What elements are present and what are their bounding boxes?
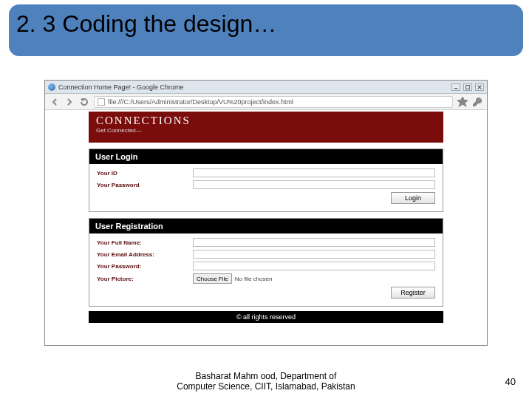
slide: 2. 3 Coding the design… Connection Home … (0, 0, 532, 399)
login-password-input[interactable] (193, 180, 435, 189)
page-number: 40 (505, 376, 516, 387)
bookmark-icon[interactable] (457, 97, 468, 107)
register-name-input[interactable] (193, 238, 435, 247)
register-heading: User Registration (89, 219, 443, 233)
site-tagline: Get Connected— (96, 127, 436, 134)
login-id-label: Your ID (97, 170, 193, 177)
register-picture-label: Your Picture: (97, 276, 193, 282)
url-text: file:///C:/Users/Administrator/Desktop/V… (108, 98, 293, 106)
page-content: CONNECTIONS Get Connected— User Login Yo… (45, 110, 487, 323)
wrench-icon[interactable] (472, 97, 482, 107)
login-panel: User Login Your ID Your Password Login (89, 149, 443, 212)
credit-line-2: Computer Science, CIIT, Islamabad, Pakis… (177, 381, 355, 392)
register-panel: User Registration Your Full Name: Your E… (89, 218, 443, 307)
register-password-label: Your Password: (97, 263, 193, 270)
reload-button[interactable] (79, 97, 89, 107)
page-viewport: CONNECTIONS Get Connected— User Login Yo… (45, 110, 487, 345)
forward-button[interactable] (64, 97, 75, 107)
register-button[interactable]: Register (391, 287, 435, 299)
url-input[interactable]: file:///C:/Users/Administrator/Desktop/V… (94, 96, 453, 108)
window-title: Connection Home Page! - Google Chrome (58, 83, 184, 91)
register-password-input[interactable] (193, 262, 435, 270)
globe-icon (48, 83, 55, 91)
file-icon (98, 98, 105, 106)
address-bar-row: file:///C:/Users/Administrator/Desktop/V… (45, 94, 487, 110)
login-id-input[interactable] (193, 168, 435, 177)
register-email-label: Your Email Address: (97, 251, 193, 258)
login-heading: User Login (89, 149, 443, 164)
site-brand: CONNECTIONS (96, 115, 436, 127)
register-name-label: Your Full Name: (97, 239, 193, 246)
window-controls (451, 83, 484, 91)
minimize-button[interactable] (451, 83, 460, 91)
choose-file-button[interactable]: Choose File (193, 273, 232, 284)
file-status: No file chosen (235, 276, 273, 282)
svg-marker-4 (458, 98, 467, 106)
site-banner: CONNECTIONS Get Connected— (89, 112, 443, 143)
svg-rect-1 (466, 85, 470, 89)
slide-credit: Basharat Mahm ood, Department of Compute… (0, 371, 532, 392)
login-button[interactable]: Login (391, 192, 435, 204)
back-button[interactable] (50, 97, 60, 107)
browser-window: Connection Home Page! - Google Chrome (44, 80, 488, 346)
site-footer: © all rights reserved (89, 311, 443, 323)
login-password-label: Your Password (97, 182, 193, 188)
register-email-input[interactable] (193, 250, 435, 259)
slide-title: 2. 3 Coding the design… (16, 10, 276, 38)
chrome-tabstrip: Connection Home Page! - Google Chrome (45, 81, 487, 94)
credit-line-1: Basharat Mahm ood, Department of (196, 371, 337, 381)
close-button[interactable] (475, 83, 484, 91)
maximize-button[interactable] (463, 83, 472, 91)
